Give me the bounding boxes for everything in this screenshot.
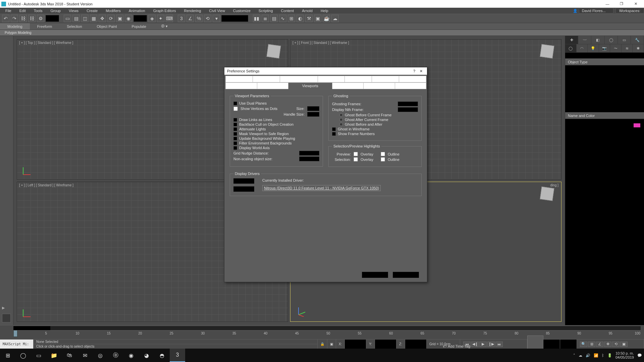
scale-icon[interactable]: ▣ xyxy=(116,15,123,22)
redo-icon[interactable]: ↷ xyxy=(11,15,18,22)
dialog-help-button[interactable]: ? xyxy=(411,69,418,73)
viewport-layout-button[interactable] xyxy=(2,314,11,322)
menu-scripting[interactable]: Scripting xyxy=(255,9,277,13)
isolate-icon[interactable]: ▣ xyxy=(327,340,336,349)
chk-mask-safe[interactable] xyxy=(233,132,237,136)
notifications-icon[interactable]: 💬 xyxy=(637,353,642,358)
user-dropdown[interactable]: David Flores... xyxy=(579,8,613,13)
tab-modeling[interactable]: Modeling xyxy=(0,23,30,29)
tab-viewports[interactable]: Viewports xyxy=(288,82,332,89)
dialog-cancel-button[interactable] xyxy=(393,272,419,278)
grid-nudge-field[interactable] xyxy=(299,151,319,156)
select-icon[interactable]: ▭ xyxy=(64,15,71,22)
menu-file[interactable]: File xyxy=(1,9,15,13)
chk-selection-outline[interactable] xyxy=(381,157,385,162)
chk-backface-cull[interactable] xyxy=(233,123,237,126)
3dsmax-taskbar-icon[interactable]: 3 xyxy=(170,349,185,362)
volume-icon[interactable]: 🔊 xyxy=(586,353,590,358)
chk-draw-links[interactable] xyxy=(233,118,237,122)
menu-animation[interactable]: Animation xyxy=(125,9,149,13)
viewport-top-label[interactable]: [ + ] [ Top ] [ Standard ] [ Wireframe ] xyxy=(19,41,73,45)
cortana-icon[interactable]: ◯ xyxy=(15,349,31,362)
hierarchy-tab-icon[interactable]: ◧ xyxy=(591,36,604,44)
display-nth-field[interactable] xyxy=(398,107,418,112)
chk-show-frame-numbers[interactable] xyxy=(332,132,336,136)
modify-tab-icon[interactable]: 〰 xyxy=(578,36,591,44)
pan-icon[interactable]: ✥ xyxy=(604,342,611,347)
system-tray[interactable]: ˄ ☁ 🔊 📶 ᛒ 🔋 10:50 p. m. 04/05/2019 💬 xyxy=(573,351,644,359)
zoom-all-icon[interactable]: ⊞ xyxy=(588,342,595,347)
chk-world-axis[interactable] xyxy=(233,146,237,150)
x-field[interactable] xyxy=(345,340,366,349)
menu-edit[interactable]: Edit xyxy=(15,9,30,13)
align-icon[interactable]: ≣ xyxy=(262,15,269,22)
chk-attenuate-lights[interactable] xyxy=(233,127,237,131)
handle-size-field[interactable] xyxy=(307,112,319,117)
rotate-icon[interactable]: ⟳ xyxy=(107,15,115,22)
chk-filter-env[interactable] xyxy=(233,141,237,145)
menu-grapheditors[interactable]: Graph Editors xyxy=(149,9,180,13)
taskview-icon[interactable]: ▭ xyxy=(31,349,46,362)
dialog-close-button[interactable]: ✕ xyxy=(418,69,424,73)
keymode-icon[interactable]: ⌨ xyxy=(166,15,173,22)
tab-selection[interactable]: Selection xyxy=(59,23,89,29)
viewcube[interactable] xyxy=(264,42,284,62)
display-tab-icon[interactable]: ▭ xyxy=(618,36,631,44)
orbit-icon[interactable]: ⟲ xyxy=(612,342,620,347)
bluetooth-icon[interactable]: ᛒ xyxy=(602,353,604,357)
menu-arnold[interactable]: Arnold xyxy=(298,9,317,13)
onedrive-icon[interactable]: ☁ xyxy=(579,353,582,358)
manip-icon[interactable]: ✦ xyxy=(157,15,164,22)
menu-views[interactable]: Views xyxy=(65,9,83,13)
radio-ghost-after[interactable] xyxy=(339,118,343,121)
add-time-tag[interactable]: Add Time Tag xyxy=(448,344,470,348)
menu-modifiers[interactable]: Modifiers xyxy=(102,9,125,13)
menu-tools[interactable]: Tools xyxy=(30,9,47,13)
chk-selection-overlay[interactable] xyxy=(354,157,358,162)
render-setup-icon[interactable]: ⚒ xyxy=(305,15,313,22)
motion-tab-icon[interactable]: ◯ xyxy=(605,36,618,44)
window-crossing-icon[interactable]: ▦ xyxy=(90,15,97,22)
helpers-icon[interactable]: 〜 xyxy=(610,44,622,52)
origin-icon[interactable]: ◓ xyxy=(154,349,170,362)
chk-preview-outline[interactable] xyxy=(381,152,385,156)
color-swatch[interactable] xyxy=(633,123,641,128)
tray-chevron-icon[interactable]: ˄ xyxy=(573,353,575,358)
snap-icon[interactable]: 3 xyxy=(178,15,185,22)
edge-icon[interactable]: ⓔ xyxy=(108,349,123,362)
menu-help[interactable]: Help xyxy=(317,9,332,13)
spacewarps-icon[interactable]: ≋ xyxy=(622,44,633,52)
refcoord[interactable] xyxy=(133,15,147,22)
dialog-ok-button[interactable] xyxy=(362,272,388,278)
play-icon[interactable]: ▶ xyxy=(479,342,487,347)
dialog-titlebar[interactable]: Preference Settings ? ✕ xyxy=(224,67,427,75)
create-tab-icon[interactable]: ✚ xyxy=(565,36,578,44)
tab-blank[interactable] xyxy=(225,76,253,82)
nonscaling-size-field[interactable] xyxy=(299,157,319,161)
battery-icon[interactable]: 🔋 xyxy=(607,353,612,358)
radio-ghost-before[interactable] xyxy=(339,113,343,117)
chk-ghost-wireframe[interactable] xyxy=(332,127,336,131)
maxscript-mini[interactable]: MAXScript Mi: xyxy=(0,340,34,349)
select-name-icon[interactable]: ▤ xyxy=(72,15,80,22)
autokey-button[interactable] xyxy=(527,336,543,349)
goto-end-icon[interactable]: ⏭ xyxy=(495,342,503,347)
viewport-front-label[interactable]: [ + ] [ Front ] [ Standard ] [ Wireframe… xyxy=(292,41,349,45)
undo-icon[interactable]: ↶ xyxy=(2,15,9,22)
bind-icon[interactable]: ⚙ xyxy=(37,15,44,22)
keyfilters-field[interactable] xyxy=(560,340,577,349)
mail-icon[interactable]: ✉ xyxy=(77,349,93,362)
steam-icon[interactable]: ◉ xyxy=(123,349,139,362)
menu-content[interactable]: Content xyxy=(277,9,298,13)
ribbon-overflow-icon[interactable]: ⦿ ▾ xyxy=(154,23,175,29)
viewcube[interactable] xyxy=(537,185,557,205)
layer-icon[interactable]: ▤ xyxy=(270,15,278,22)
viewcube[interactable] xyxy=(537,42,557,62)
chk-vertices-dots[interactable] xyxy=(233,107,238,111)
size-field[interactable] xyxy=(307,106,319,111)
minimize-button[interactable]: — xyxy=(600,0,614,8)
overwatch-icon[interactable]: ◎ xyxy=(93,349,108,362)
menu-customize[interactable]: Customize xyxy=(229,9,255,13)
unlink-icon[interactable]: ⛓ xyxy=(28,15,36,22)
menu-civilview[interactable]: Civil View xyxy=(205,9,229,13)
